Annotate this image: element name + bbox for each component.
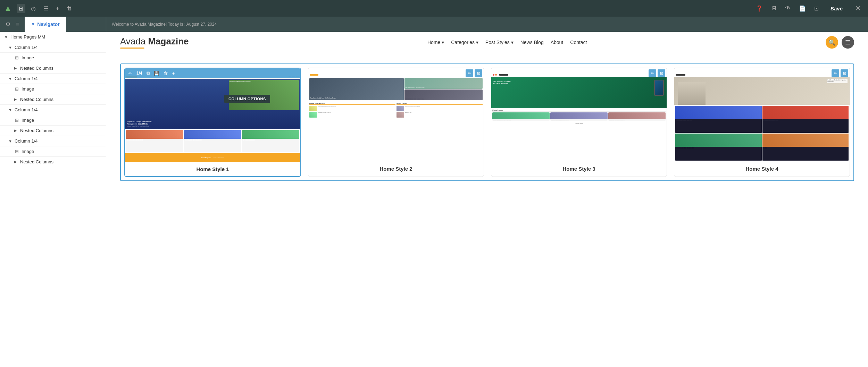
tree-nested-3[interactable]: ▶ Nested Columns xyxy=(0,126,106,136)
card-1-save-btn[interactable]: 💾 xyxy=(152,70,161,77)
column-options-label: COLUMN OPTIONS xyxy=(228,97,266,101)
image-icon-4: ⊞ xyxy=(14,149,19,154)
style-card-1[interactable]: ✏ 1/4 ⧉ 💾 🗑 + xyxy=(124,68,301,177)
tree-nested-1[interactable]: ▶ Nested Columns xyxy=(0,63,106,74)
image-label-1: Image xyxy=(22,55,34,60)
toolbar-icon-4[interactable]: + xyxy=(54,4,61,13)
col2-chevron-icon: ▼ xyxy=(8,77,12,81)
card-1-copy-btn[interactable]: ⧉ xyxy=(145,70,151,77)
nested3-chevron-icon: ▶ xyxy=(14,128,18,133)
nav-contact[interactable]: Contact xyxy=(570,40,587,45)
nav-search-button[interactable]: 🔍 xyxy=(826,36,838,49)
tree-image-2[interactable]: ⊞ Image xyxy=(0,84,106,94)
card-2-resize-btn[interactable]: ⊡ xyxy=(475,69,482,77)
card-2-label: Home Style 2 xyxy=(308,162,484,176)
top-toolbar: ▲ ⊞ ◷ ☰ + 🗑 ❓ 🖥 👁 📄 ⊡ Save ✕ xyxy=(0,0,868,17)
tree-column-1[interactable]: ▼ Column 1/4 xyxy=(0,42,106,53)
left-panel: ▼ Home Pages MM ▼ Column 1/4 ⊞ Image ▶ N… xyxy=(0,32,106,367)
card-2-preview: Make Coffee Bread At Home With This Easy… xyxy=(308,68,484,162)
col2-label: Column 1/4 xyxy=(15,76,37,81)
site-logo-group: Avada Magazine xyxy=(120,36,189,49)
nested-label-3: Nested Columns xyxy=(20,128,53,133)
card-1-add-btn[interactable]: + xyxy=(171,70,176,77)
tree-nested-2[interactable]: ▶ Nested Columns xyxy=(0,94,106,105)
col4-chevron-icon: ▼ xyxy=(8,139,12,143)
root-label: Home Pages MM xyxy=(10,34,45,40)
card-1-fraction: 1/4 xyxy=(135,71,144,76)
card-1-edit-btn[interactable]: ✏ xyxy=(127,70,134,77)
card-3-preview: VPN Security & Its Role Inthe Future Tec… xyxy=(491,68,667,162)
style-card-2[interactable]: ✏ ⊡ xyxy=(308,68,484,177)
secondary-toolbar: ⚙ ≡ ▼ Navigator Welcome to Avada Magazin… xyxy=(0,17,868,32)
site-logo: Avada Magazine xyxy=(120,36,189,47)
col3-chevron-icon: ▼ xyxy=(8,108,12,112)
template-icon[interactable]: ⊡ xyxy=(812,4,821,13)
nested-label-2: Nested Columns xyxy=(20,97,53,102)
image-label-3: Image xyxy=(22,118,34,123)
styles-row: ✏ 1/4 ⧉ 💾 🗑 + xyxy=(120,63,854,181)
preview-icon[interactable]: 👁 xyxy=(783,4,793,13)
card-4-resize-btn[interactable]: ⊡ xyxy=(841,69,848,77)
tree-nested-4[interactable]: ▶ Nested Columns xyxy=(0,157,106,167)
content-area: Avada Magazine Home ▾ Categories ▾ Post … xyxy=(106,32,868,367)
nested1-chevron-icon: ▶ xyxy=(14,66,18,70)
col1-chevron-icon: ▼ xyxy=(8,45,12,50)
column-options-tooltip: COLUMN OPTIONS xyxy=(224,95,270,103)
card-1-toolbar: ✏ 1/4 ⧉ 💾 🗑 + xyxy=(125,68,300,78)
main-layout: ▼ Home Pages MM ▼ Column 1/4 ⊞ Image ▶ N… xyxy=(0,32,868,367)
card-3-top-toolbar: ✏ ⊡ xyxy=(647,68,667,78)
card-3-edit-btn[interactable]: ✏ xyxy=(649,69,656,77)
toolbar-icon-5[interactable]: 🗑 xyxy=(65,4,74,13)
logo-avada: Avada xyxy=(120,36,148,46)
card-3-label: Home Style 3 xyxy=(491,162,667,176)
nav-home[interactable]: Home ▾ xyxy=(427,40,444,45)
page-icon[interactable]: 📄 xyxy=(797,4,808,13)
tree-image-3[interactable]: ⊞ Image xyxy=(0,115,106,126)
image-icon-1: ⊞ xyxy=(14,55,19,60)
card-4-edit-btn[interactable]: ✏ xyxy=(832,69,839,77)
toolbar-icon-2[interactable]: ◷ xyxy=(29,4,38,13)
close-button[interactable]: ✕ xyxy=(852,3,864,14)
card-3-resize-btn[interactable]: ⊡ xyxy=(658,69,665,77)
card-4-top-toolbar: ✏ ⊡ xyxy=(830,68,850,78)
root-chevron-icon: ▼ xyxy=(4,35,8,39)
nav-post-styles[interactable]: Post Styles ▾ xyxy=(485,40,514,45)
toolbar-left: ▲ ⊞ ◷ ☰ + 🗑 xyxy=(4,4,74,13)
toolbar-right: ❓ 🖥 👁 📄 ⊡ Save ✕ xyxy=(754,3,864,14)
tree-column-3[interactable]: ▼ Column 1/4 xyxy=(0,105,106,115)
nav-about[interactable]: About xyxy=(551,40,564,45)
nested-label-1: Nested Columns xyxy=(20,66,53,71)
logo-underline xyxy=(120,48,144,49)
style-card-4[interactable]: ✏ ⊡ xyxy=(674,68,850,177)
nested4-chevron-icon: ▶ xyxy=(14,160,18,164)
nav-links: Home ▾ Categories ▾ Post Styles ▾ News B… xyxy=(427,40,587,45)
announcement-text: Welcome to Avada Magazine! Today is : Au… xyxy=(112,22,217,27)
col1-label: Column 1/4 xyxy=(15,45,37,50)
tree-column-2[interactable]: ▼ Column 1/4 xyxy=(0,74,106,84)
nav-menu-button[interactable]: ☰ xyxy=(842,36,854,49)
image-icon-2: ⊞ xyxy=(14,86,19,92)
card-2-edit-btn[interactable]: ✏ xyxy=(466,69,473,77)
nav-news-blog[interactable]: News Blog xyxy=(520,40,544,45)
card-1-delete-btn[interactable]: 🗑 xyxy=(162,70,169,77)
sliders-icon[interactable]: ≡ xyxy=(16,21,19,27)
settings-icon[interactable]: ⚙ xyxy=(6,21,10,27)
col4-label: Column 1/4 xyxy=(15,138,37,144)
navigator-tab[interactable]: ▼ Navigator xyxy=(25,17,66,32)
nav-categories[interactable]: Categories ▾ xyxy=(451,40,478,45)
tree-image-4[interactable]: ⊞ Image xyxy=(0,146,106,157)
help-icon[interactable]: ❓ xyxy=(754,4,765,13)
toolbar-icon-1[interactable]: ⊞ xyxy=(17,4,25,13)
style-card-3[interactable]: ✏ ⊡ xyxy=(491,68,667,177)
desktop-icon[interactable]: 🖥 xyxy=(769,4,779,13)
card-4-label: Home Style 4 xyxy=(674,162,850,176)
card-1-preview: Important Things You Need ToKnow About S… xyxy=(125,68,300,162)
toolbar-icon-3[interactable]: ☰ xyxy=(41,4,50,13)
card-1-label: Home Style 1 xyxy=(125,162,300,176)
tree-root[interactable]: ▼ Home Pages MM xyxy=(0,32,106,42)
save-button[interactable]: Save xyxy=(825,3,848,14)
tree-column-4[interactable]: ▼ Column 1/4 xyxy=(0,136,106,146)
col3-label: Column 1/4 xyxy=(15,107,37,112)
website-preview: Avada Magazine Home ▾ Categories ▾ Post … xyxy=(106,32,868,367)
tree-image-1[interactable]: ⊞ Image xyxy=(0,53,106,63)
